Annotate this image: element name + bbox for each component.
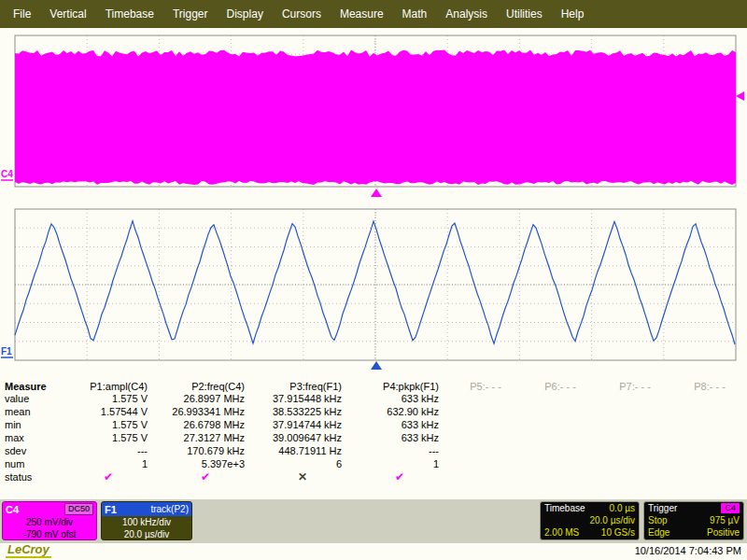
- f1-trace-label: F1: [1, 346, 12, 357]
- measure-max-p4: 633 kHz: [351, 431, 448, 444]
- measure-num-p5: [448, 457, 523, 470]
- measure-table: MeasureP1:ampl(C4)P2:freq(C4)P3:freq(F1)…: [0, 379, 747, 483]
- menu-item-math[interactable]: Math: [393, 0, 437, 28]
- measure-sdev-p6: [523, 444, 598, 457]
- f1-offset-marker[interactable]: [371, 361, 382, 370]
- measure-mean-p2: 26.993341 MHz: [157, 405, 254, 418]
- measure-mean-p4: 632.90 kHz: [351, 405, 448, 418]
- measure-value-p8: [672, 392, 747, 405]
- datetime-display: 10/16/2014 7:04:43 PM: [635, 545, 741, 556]
- menu-item-file[interactable]: File: [4, 0, 40, 28]
- measure-num-p4: 1: [351, 457, 448, 470]
- footer-bar: LeCroy 10/16/2014 7:04:43 PM: [0, 543, 747, 560]
- menu-item-vertical[interactable]: Vertical: [40, 0, 95, 28]
- measure-num-p1: 1: [60, 457, 157, 470]
- measure-max-p3: 39.009647 kHz: [254, 431, 351, 444]
- trigger-level-marker[interactable]: [736, 91, 744, 101]
- c4-vertical-scale: 250 mV/div: [3, 516, 96, 528]
- measure-value-p6: [523, 392, 598, 405]
- measure-sdev-p5: [448, 444, 523, 457]
- measure-num-p7: [598, 457, 672, 470]
- menu-item-measure[interactable]: Measure: [331, 0, 393, 28]
- measure-mean-p1: 1.57544 V: [60, 405, 157, 418]
- measure-row-label-value: value: [0, 392, 60, 405]
- trigger-title: Trigger: [648, 502, 677, 514]
- menu-item-utilities[interactable]: Utilities: [497, 0, 552, 28]
- measure-num-p2: 5.397e+3: [157, 457, 254, 470]
- measure-sdev-p3: 448.71911 Hz: [254, 444, 351, 457]
- measure-min-p3: 37.914744 kHz: [254, 418, 351, 431]
- timebase-offset: 0.0 µs: [610, 502, 635, 514]
- measure-value-p7: [598, 392, 672, 405]
- measure-mean-p3: 38.533225 kHz: [254, 405, 351, 418]
- measure-mean-p8: [672, 405, 747, 418]
- measure-panel: MeasureP1:ampl(C4)P2:freq(C4)P3:freq(F1)…: [0, 375, 747, 499]
- measure-min-p2: 26.6798 MHz: [157, 418, 254, 431]
- measure-mean-p7: [598, 405, 672, 418]
- scope-graticule: C4F1: [0, 28, 747, 375]
- measure-value-p1: 1.575 V: [60, 392, 157, 405]
- measure-max-p7: [598, 431, 672, 444]
- measure-row-label-min: min: [0, 418, 60, 431]
- status-crossed-icon: ✕: [254, 470, 351, 483]
- measure-max-p5: [448, 431, 523, 444]
- channel-c4-descriptor[interactable]: C4 DC50 250 mV/div -790 mV ofst: [2, 501, 97, 540]
- status-empty: [523, 470, 598, 483]
- measure-value-p2: 26.8997 MHz: [157, 392, 254, 405]
- measure-row-label-sdev: sdev: [0, 444, 60, 457]
- trigger-descriptor[interactable]: Trigger C4 Stop 975 µV Edge Positive: [643, 501, 744, 540]
- measure-sdev-p1: ---: [60, 444, 157, 457]
- measure-num-p8: [672, 457, 747, 470]
- measure-sdev-p7: [598, 444, 672, 457]
- c4-trace-label: C4: [1, 169, 13, 179]
- timebase-descriptor[interactable]: Timebase 0.0 µs 20.0 µs/div 2.00 MS 10 G…: [540, 501, 640, 540]
- measure-min-p5: [448, 418, 523, 431]
- menu-bar: FileVerticalTimebaseTriggerDisplayCursor…: [0, 0, 747, 28]
- measure-min-p4: 633 kHz: [351, 418, 448, 431]
- lecroy-logo: LeCroy: [6, 543, 51, 558]
- measure-row-label-mean: mean: [0, 405, 60, 418]
- menu-item-display[interactable]: Display: [218, 0, 273, 28]
- oscilloscope-screen: FileVerticalTimebaseTriggerDisplayCursor…: [0, 0, 747, 560]
- status-empty: [598, 470, 672, 483]
- f1-horizontal-scale: 20.0 µs/div: [102, 528, 191, 540]
- c4-channel-label: C4: [6, 504, 19, 515]
- measure-row-label-max: max: [0, 431, 60, 444]
- menu-item-trigger[interactable]: Trigger: [163, 0, 218, 28]
- measure-sdev-p8: [672, 444, 747, 457]
- measure-max-p8: [672, 431, 747, 444]
- trace-f1-descriptor[interactable]: F1 track(P2) 100 kHz/div 20.0 µs/div: [101, 501, 192, 540]
- c4-waveform: [15, 50, 736, 186]
- status-check-icon: ✔: [60, 470, 157, 483]
- measure-mean-p6: [523, 405, 598, 418]
- trigger-mode: Stop: [648, 514, 668, 526]
- menu-item-analysis[interactable]: Analysis: [436, 0, 497, 28]
- trigger-level: 975 µV: [710, 514, 740, 526]
- measure-num-p3: 6: [254, 457, 351, 470]
- timebase-title: Timebase: [544, 502, 585, 514]
- measure-value-p4: 633 kHz: [351, 392, 448, 405]
- c4-vertical-offset: -790 mV ofst: [3, 528, 96, 540]
- measure-min-p1: 1.575 V: [60, 418, 157, 431]
- menu-item-timebase[interactable]: Timebase: [96, 0, 163, 28]
- measure-min-p7: [598, 418, 672, 431]
- trigger-slope: Positive: [707, 526, 740, 539]
- measure-min-p8: [672, 418, 747, 431]
- timebase-rate: 10 GS/s: [601, 526, 635, 539]
- measure-value-p5: [448, 392, 523, 405]
- measure-row-label-num: num: [0, 457, 60, 470]
- waveform-display: C4F1: [0, 28, 747, 375]
- status-empty: [672, 470, 747, 483]
- f1-source-label: track(P2): [150, 504, 189, 514]
- menu-item-help[interactable]: Help: [552, 0, 594, 28]
- measure-num-p6: [523, 457, 598, 470]
- timebase-samples: 2.00 MS: [544, 526, 579, 539]
- measure-max-p6: [523, 431, 598, 444]
- f1-vertical-scale: 100 kHz/div: [102, 516, 191, 528]
- menu-item-cursors[interactable]: Cursors: [273, 0, 331, 28]
- trigger-time-marker[interactable]: [371, 189, 382, 197]
- measure-max-p1: 1.575 V: [60, 431, 157, 444]
- measure-mean-p5: [448, 405, 523, 418]
- c4-coupling-badge: DC50: [64, 503, 93, 515]
- status-empty: [448, 470, 523, 483]
